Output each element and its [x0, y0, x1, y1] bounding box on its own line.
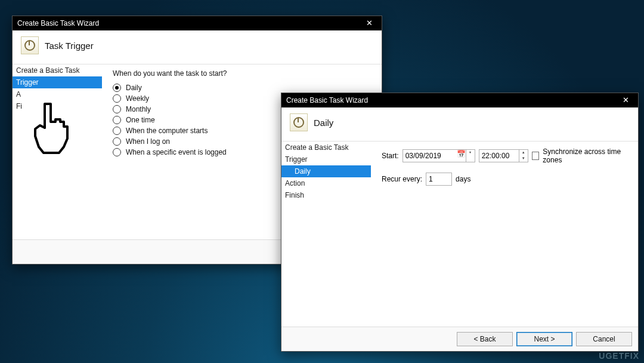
start-label: Start:	[382, 152, 399, 160]
cancel-button[interactable]: Cancel	[576, 332, 632, 346]
radio-icon[interactable]	[113, 137, 121, 146]
recur-input[interactable]: 1	[426, 173, 452, 186]
page-title: Task Trigger	[45, 41, 94, 51]
start-row: Start: 03/09/2019 📅 ▾ 22:00:00 ▲▼ Synchr…	[382, 147, 631, 164]
next-button[interactable]: Next >	[516, 332, 572, 346]
window-title: Create Basic Task Wizard	[17, 19, 360, 27]
button-bar: < Back Next > Cancel	[281, 327, 638, 351]
date-dropdown[interactable]: ▾	[466, 150, 475, 162]
sidebar-item-finish[interactable]: Fi	[13, 100, 102, 112]
wizard-header: Task Trigger	[13, 30, 382, 64]
sync-label: Synchronize across time zones	[543, 147, 631, 164]
page-title: Daily	[314, 118, 333, 128]
recur-label: Recur every:	[382, 175, 422, 183]
wizard-body: Create a Basic Task Trigger Daily Action…	[281, 141, 638, 327]
wizard-content: Start: 03/09/2019 📅 ▾ 22:00:00 ▲▼ Synchr…	[371, 141, 638, 327]
wizard-sidebar: Create a Basic Task Trigger A Fi	[13, 64, 102, 239]
start-date-field[interactable]: 03/09/2019 📅 ▾	[402, 149, 475, 162]
sidebar-item-trigger[interactable]: Trigger	[281, 153, 371, 165]
clock-icon	[290, 113, 308, 131]
recur-unit: days	[456, 175, 470, 183]
titlebar[interactable]: Create Basic Task Wizard ✕	[281, 93, 638, 107]
radio-icon[interactable]	[113, 94, 121, 103]
prompt-text: When do you want the task to start?	[113, 69, 374, 78]
close-icon[interactable]: ✕	[617, 93, 634, 107]
wizard-sidebar: Create a Basic Task Trigger Daily Action…	[281, 141, 371, 327]
sidebar-item-trigger[interactable]: Trigger	[13, 76, 102, 88]
radio-daily[interactable]: Daily	[113, 84, 374, 92]
sidebar-item-action[interactable]: A	[13, 88, 102, 100]
radio-icon[interactable]	[113, 84, 121, 92]
time-input[interactable]: 22:00:00	[479, 150, 519, 162]
sidebar-item-create[interactable]: Create a Basic Task	[13, 64, 102, 76]
radio-label: When a specific event is logged	[126, 148, 227, 156]
time-spinner[interactable]: ▲▼	[519, 150, 528, 162]
watermark: UGETFIX	[599, 351, 639, 361]
sidebar-item-action[interactable]: Action	[281, 177, 371, 189]
radio-icon[interactable]	[113, 148, 121, 156]
titlebar[interactable]: Create Basic Task Wizard ✕	[13, 16, 382, 30]
wizard-window-daily: Create Basic Task Wizard ✕ Daily Create …	[281, 93, 639, 352]
clock-icon	[21, 36, 39, 54]
radio-label: When the computer starts	[126, 127, 208, 135]
start-time-field[interactable]: 22:00:00 ▲▼	[479, 149, 528, 162]
sync-checkbox[interactable]	[532, 152, 540, 160]
sidebar-item-daily[interactable]: Daily	[281, 165, 371, 177]
sidebar-item-create[interactable]: Create a Basic Task	[281, 141, 371, 153]
sidebar-item-finish[interactable]: Finish	[281, 189, 371, 201]
radio-icon[interactable]	[113, 116, 121, 124]
radio-label: Daily	[126, 84, 142, 92]
window-title: Create Basic Task Wizard	[286, 96, 617, 104]
radio-label: Monthly	[126, 105, 151, 113]
radio-label: One time	[126, 116, 155, 124]
radio-label: When I log on	[126, 137, 170, 146]
calendar-icon[interactable]: 📅	[457, 150, 466, 162]
date-input[interactable]: 03/09/2019	[403, 150, 457, 162]
recur-row: Recur every: 1 days	[382, 173, 631, 186]
close-icon[interactable]: ✕	[360, 16, 378, 30]
back-button[interactable]: < Back	[457, 332, 513, 346]
wizard-header: Daily	[281, 107, 638, 141]
radio-label: Weekly	[126, 94, 149, 103]
desktop-background: Create Basic Task Wizard ✕ Task Trigger …	[0, 0, 644, 363]
radio-icon[interactable]	[113, 127, 121, 135]
radio-icon[interactable]	[113, 105, 121, 113]
